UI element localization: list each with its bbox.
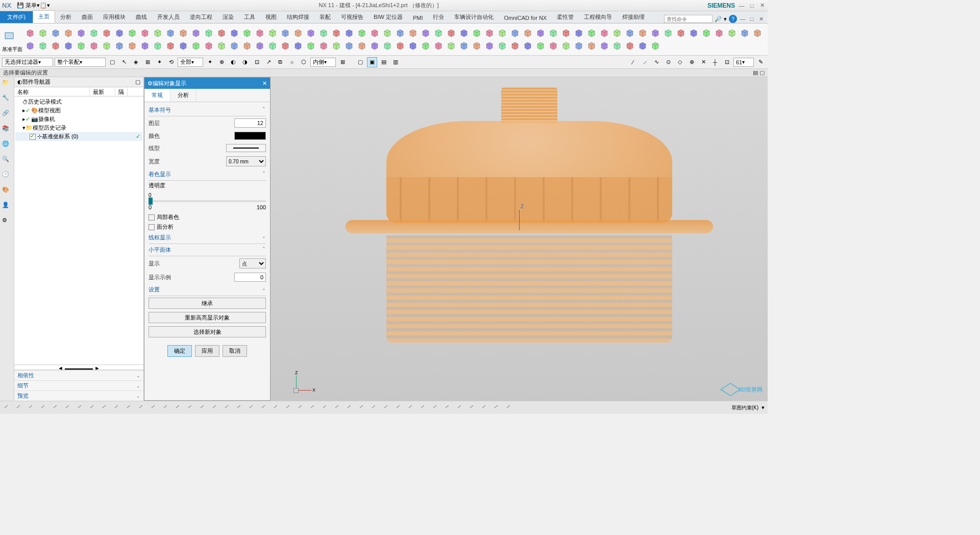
width-combo[interactable]: 0.70 mm xyxy=(226,156,266,166)
ribbon-tool-icon[interactable] xyxy=(560,40,572,52)
tree-item-datum[interactable]: ⊹ 基准坐标系 (0) ✓ xyxy=(15,132,142,141)
ribbon-tool-icon[interactable] xyxy=(344,40,355,52)
tool-icon[interactable]: ▢ xyxy=(107,57,117,67)
ribbon-tool-icon[interactable] xyxy=(522,40,533,52)
ribbon-tab[interactable]: BIW 定位器 xyxy=(369,11,408,23)
ribbon-tab-home[interactable]: 主页 xyxy=(33,10,55,23)
sketch-tool-icon[interactable]: ⟋ xyxy=(138,403,147,412)
layer-input[interactable] xyxy=(234,118,266,128)
tool-icon[interactable]: ⊞ xyxy=(142,57,153,67)
sketch-tool-icon[interactable]: ⟋ xyxy=(89,403,98,412)
section-basic[interactable]: 基本符号⌃ xyxy=(149,104,266,116)
ribbon-tool-icon[interactable] xyxy=(24,28,36,39)
sketch-tool-icon[interactable]: ⟋ xyxy=(334,403,343,412)
ribbon-tool-icon[interactable] xyxy=(369,40,380,52)
browser-icon[interactable]: 🔍 xyxy=(2,156,12,166)
ribbon-tab[interactable]: 分析 xyxy=(55,11,77,23)
sketch-tool-icon[interactable]: ⟋ xyxy=(395,403,404,412)
ribbon-tab[interactable]: 曲线 xyxy=(131,11,152,23)
ribbon-tool-icon[interactable] xyxy=(280,40,291,52)
ribbon-tool-icon[interactable] xyxy=(24,40,36,52)
ribbon-tool-icon[interactable] xyxy=(229,28,240,39)
sketch-tool-icon[interactable]: ⟋ xyxy=(236,403,245,412)
ribbon-tool-icon[interactable] xyxy=(650,40,661,52)
ribbon-tool-icon[interactable] xyxy=(650,28,661,39)
ribbon-tool-icon[interactable] xyxy=(714,28,725,39)
ribbon-tool-icon[interactable] xyxy=(611,28,623,39)
ribbon-tool-icon[interactable] xyxy=(663,28,674,39)
minimize-icon[interactable]: ― xyxy=(738,2,745,9)
sketch-tool-icon[interactable]: ⟋ xyxy=(358,403,368,412)
ribbon-tool-icon[interactable] xyxy=(127,40,138,52)
ribbon-tool-icon[interactable] xyxy=(497,28,508,39)
quick-icon[interactable]: 📋▾ xyxy=(40,1,50,11)
col-name[interactable]: 名称 xyxy=(14,87,90,96)
ribbon-tool-icon[interactable] xyxy=(382,28,393,39)
sketch-tool-icon[interactable]: ⟋ xyxy=(113,403,122,412)
section-settings[interactable]: 设置⌄ xyxy=(149,284,266,296)
ribbon-tool-icon[interactable] xyxy=(101,28,112,39)
ribbon-tool-icon[interactable] xyxy=(458,28,470,39)
system-icon[interactable]: ⚙ xyxy=(2,217,12,227)
ribbon-tool-icon[interactable] xyxy=(637,40,648,52)
sketch-tool-icon[interactable]: ⟋ xyxy=(64,403,74,412)
tool-icon[interactable]: ◑ xyxy=(240,57,250,67)
ribbon-tool-icon[interactable] xyxy=(484,28,495,39)
status-right[interactable]: 草图约束(K) xyxy=(731,404,758,411)
tool-icon[interactable]: ✦ xyxy=(154,57,164,67)
snap-icon[interactable]: ┼ xyxy=(710,57,720,67)
face-analysis-checkbox[interactable] xyxy=(149,224,155,230)
nav-section-details[interactable]: 细节⌄ xyxy=(14,380,143,391)
linetype-combo[interactable] xyxy=(226,144,266,152)
inside-combo[interactable]: 内侧 ▾ xyxy=(310,58,336,67)
datum-plane-button[interactable] xyxy=(2,26,16,46)
tool-icon[interactable]: ○ xyxy=(287,57,297,67)
view-icon[interactable]: ▥ xyxy=(390,57,401,67)
display-example-input[interactable] xyxy=(234,273,266,282)
ribbon-tool-icon[interactable] xyxy=(63,28,74,39)
ribbon-tool-icon[interactable] xyxy=(127,28,138,39)
tree-item[interactable]: ⏱ 历史记录模式 xyxy=(15,98,142,106)
ribbon-tool-icon[interactable] xyxy=(331,28,342,39)
ribbon-tool-icon[interactable] xyxy=(37,40,48,52)
ribbon-tool-icon[interactable] xyxy=(522,28,533,39)
ribbon-tool-icon[interactable] xyxy=(407,40,419,52)
sketch-tool-icon[interactable]: ⟋ xyxy=(28,403,37,412)
ribbon-tool-icon[interactable] xyxy=(471,40,482,52)
scope-combo[interactable]: 整个装配 ▾ xyxy=(55,58,106,67)
tool-icon[interactable]: ⊡ xyxy=(252,57,262,67)
search-icon[interactable]: 🔎 xyxy=(715,16,722,22)
doc-close-icon[interactable]: ✕ xyxy=(757,15,765,22)
section-wireframe[interactable]: 线框显示⌄ xyxy=(149,232,266,244)
ribbon-tab[interactable]: 工程模向导 xyxy=(579,11,617,23)
ribbon-tool-icon[interactable] xyxy=(152,40,163,52)
ribbon-tool-icon[interactable] xyxy=(292,40,304,52)
palette-icon[interactable]: 🎨 xyxy=(2,186,12,197)
tool-icon[interactable]: ◈ xyxy=(131,57,141,67)
ribbon-tool-icon[interactable] xyxy=(76,40,87,52)
sketch-tool-icon[interactable]: ⟋ xyxy=(40,403,49,412)
snap-icon[interactable]: ⊡ xyxy=(722,57,732,67)
ribbon-tool-icon[interactable] xyxy=(190,28,202,39)
ribbon-tool-icon[interactable] xyxy=(497,40,508,52)
sketch-tool-icon[interactable]: ⟋ xyxy=(199,403,208,412)
ribbon-tool-icon[interactable] xyxy=(688,28,699,39)
sketch-tool-icon[interactable]: ⟋ xyxy=(101,403,110,412)
ribbon-tool-icon[interactable] xyxy=(484,40,495,52)
menu-dropdown[interactable]: 菜单 xyxy=(26,2,37,9)
tool-icon[interactable]: ⊕ xyxy=(216,57,227,67)
ribbon-tool-icon[interactable] xyxy=(382,40,393,52)
ribbon-tool-icon[interactable] xyxy=(203,28,214,39)
ribbon-tool-icon[interactable] xyxy=(433,40,444,52)
ribbon-tool-icon[interactable] xyxy=(433,28,444,39)
right-drawer-icon[interactable]: ▤ ▢ xyxy=(753,69,765,76)
snap-icon[interactable]: ∕ xyxy=(628,57,638,67)
ribbon-tab[interactable]: 渲染 xyxy=(217,11,239,23)
ribbon-tab[interactable]: 装配 xyxy=(314,11,336,23)
ribbon-tool-icon[interactable] xyxy=(599,28,610,39)
sketch-tool-icon[interactable]: ⟋ xyxy=(309,403,318,412)
ribbon-tool-icon[interactable] xyxy=(637,28,648,39)
ribbon-tool-icon[interactable] xyxy=(203,40,214,52)
partial-shade-checkbox[interactable] xyxy=(149,214,155,221)
ribbon-tool-icon[interactable] xyxy=(573,28,584,39)
